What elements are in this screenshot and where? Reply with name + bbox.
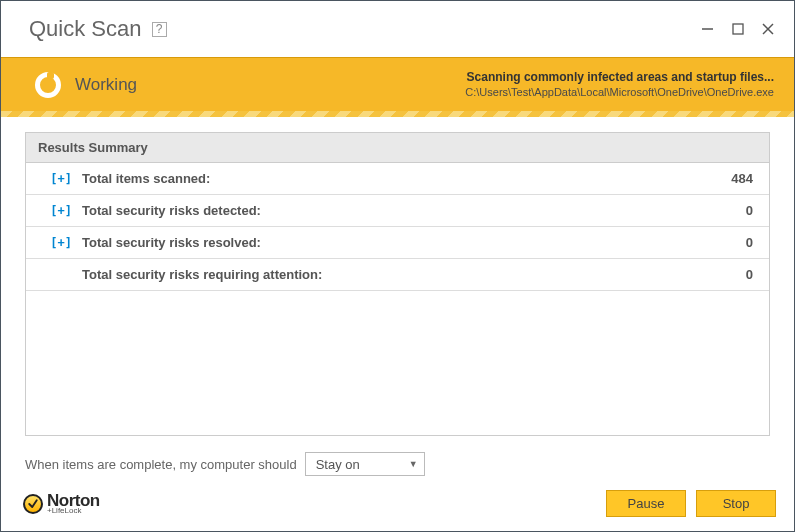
status-bar: Working Scanning commonly infected areas… [1, 57, 794, 112]
row-value: 0 [746, 203, 757, 218]
scan-window: Quick Scan ? Working Scanning commonly i… [0, 0, 795, 532]
row-value: 0 [746, 235, 757, 250]
brand-subtext: +LifeLock [47, 507, 100, 515]
summary-row-risks-attention: Total security risks requiring attention… [26, 259, 769, 291]
row-label: Total items scanned: [82, 171, 731, 186]
minimize-button[interactable] [701, 21, 714, 38]
brand-check-icon [23, 494, 43, 514]
completion-select[interactable]: Stay on ▼ [305, 452, 425, 476]
content-area: Results Summary [+] Total items scanned:… [1, 112, 794, 440]
titlebar-left: Quick Scan ? [29, 16, 167, 42]
window-controls [701, 21, 774, 38]
summary-row-risks-resolved: [+] Total security risks resolved: 0 [26, 227, 769, 259]
completion-option-label: When items are complete, my computer sho… [25, 457, 297, 472]
status-heading: Scanning commonly infected areas and sta… [465, 70, 774, 86]
row-label: Total security risks requiring attention… [82, 267, 746, 282]
row-value: 484 [731, 171, 757, 186]
expand-icon[interactable]: [+] [38, 172, 82, 186]
row-value: 0 [746, 267, 757, 282]
completion-option: When items are complete, my computer sho… [1, 440, 794, 484]
titlebar: Quick Scan ? [1, 1, 794, 57]
action-buttons: Pause Stop [606, 490, 776, 517]
brand-text: Norton +LifeLock [47, 492, 100, 515]
status-detail: Scanning commonly infected areas and sta… [465, 70, 774, 100]
summary-row-items-scanned: [+] Total items scanned: 484 [26, 163, 769, 195]
completion-select-value: Stay on [316, 457, 360, 472]
maximize-button[interactable] [732, 21, 744, 38]
results-summary-panel: Results Summary [+] Total items scanned:… [25, 132, 770, 436]
row-label: Total security risks detected: [82, 203, 746, 218]
chevron-down-icon: ▼ [409, 459, 418, 469]
summary-row-risks-detected: [+] Total security risks detected: 0 [26, 195, 769, 227]
status-label: Working [75, 75, 137, 95]
expand-icon[interactable]: [+] [38, 236, 82, 250]
status-current-path: C:\Users\Test\AppData\Local\Microsoft\On… [465, 85, 774, 99]
help-icon[interactable]: ? [152, 22, 167, 37]
bottom-bar: Norton +LifeLock Pause Stop [1, 484, 794, 531]
status-left: Working [35, 72, 137, 98]
stop-button[interactable]: Stop [696, 490, 776, 517]
window-title: Quick Scan [29, 16, 142, 42]
brand-logo: Norton +LifeLock [23, 492, 100, 515]
row-label: Total security risks resolved: [82, 235, 746, 250]
close-button[interactable] [762, 21, 774, 38]
spinner-icon [35, 72, 61, 98]
results-summary-header: Results Summary [26, 133, 769, 163]
pause-button[interactable]: Pause [606, 490, 686, 517]
expand-icon[interactable]: [+] [38, 204, 82, 218]
svg-rect-1 [733, 24, 743, 34]
